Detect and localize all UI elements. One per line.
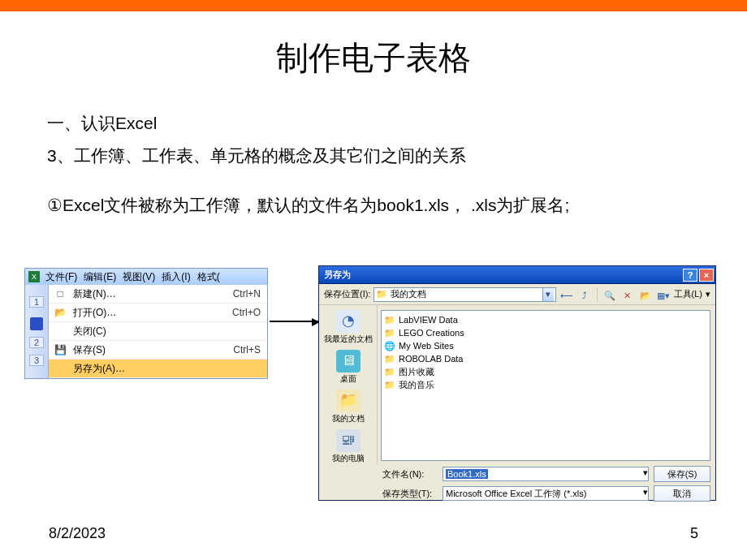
blank-icon: [54, 325, 67, 338]
blank-icon: [54, 362, 67, 375]
menu-item-save-as[interactable]: 另存为(A)…: [49, 360, 267, 378]
open-icon: 📂: [54, 306, 67, 319]
menu-item-new[interactable]: □ 新建(N)… Ctrl+N: [49, 285, 267, 304]
list-item-label: ROBOLAB Data: [399, 354, 463, 364]
file-menu-list: □ 新建(N)… Ctrl+N 📂 打开(O)… Ctrl+O 关闭(C) 💾 …: [48, 285, 267, 378]
menu-view[interactable]: 视图(V): [120, 270, 158, 284]
body-line-1: ①Excel文件被称为工作簿，默认的文件名为book1.xls， .xls为扩展…: [47, 191, 700, 220]
list-item[interactable]: 📁ROBOLAB Data: [384, 352, 707, 365]
menu-item-label: 新建(N)…: [73, 287, 227, 301]
footer-page: 5: [690, 525, 698, 542]
menu-edit[interactable]: 编辑(E): [81, 270, 119, 284]
web-icon: 🌐: [384, 341, 395, 351]
row-3: 3: [29, 355, 44, 366]
list-item[interactable]: 📁LEGO Creations: [384, 326, 707, 339]
place-label: 我最近的文档: [323, 334, 374, 343]
menu-item-shortcut: Ctrl+O: [232, 307, 261, 318]
list-item[interactable]: 📁图片收藏: [384, 365, 707, 378]
help-button[interactable]: ?: [683, 269, 697, 282]
place-label: 我的电脑: [323, 454, 374, 463]
back-icon[interactable]: ⟵: [559, 287, 574, 302]
menu-item-label: 保存(S): [73, 343, 227, 357]
filename-value: Book1.xls: [446, 469, 488, 479]
save-location-label: 保存位置(I):: [324, 288, 370, 300]
list-item[interactable]: 📁我的音乐: [384, 378, 707, 391]
menu-insert[interactable]: 插入(I): [159, 270, 192, 284]
menu-item-shortcut: Ctrl+N: [233, 288, 261, 299]
row-2: 2: [29, 337, 44, 348]
cancel-button[interactable]: 取消: [654, 485, 710, 502]
place-computer[interactable]: 🖳 我的电脑: [323, 429, 374, 464]
filename-field[interactable]: Book1.xls ▾: [443, 467, 649, 481]
search-icon[interactable]: 🔍: [602, 287, 617, 302]
new-icon: □: [54, 287, 67, 300]
menu-format[interactable]: 格式(: [195, 270, 222, 284]
menu-item-label: 另存为(A)…: [73, 362, 254, 376]
menu-item-shortcut: Ctrl+S: [233, 344, 261, 355]
up-icon[interactable]: ⤴: [577, 287, 592, 302]
computer-icon: 🖳: [336, 429, 361, 452]
menu-item-open[interactable]: 📂 打开(O)… Ctrl+O: [49, 304, 267, 322]
subheading-2: 3、工作簿、工作表、单元格的概念及其它们之间的关系: [47, 141, 700, 170]
list-item-label: My Web Sites: [399, 341, 454, 351]
recent-icon: ◔: [336, 310, 361, 333]
new-folder-icon[interactable]: 📂: [638, 287, 653, 302]
slide-title: 制作电子表格: [0, 36, 747, 80]
views-icon[interactable]: ▦▾: [656, 287, 671, 302]
menu-file[interactable]: 文件(F): [43, 270, 80, 284]
folder-icon: 📁: [376, 289, 387, 299]
subheading-1: 一、认识Excel: [47, 109, 700, 138]
tools-menu[interactable]: 工具(L): [674, 288, 702, 300]
dialog-bottom: 文件名(N): Book1.xls ▾ 保存(S) 保存类型(T): Micro…: [319, 464, 715, 505]
menu-item-close[interactable]: 关闭(C): [49, 322, 267, 341]
list-item[interactable]: 📁LabVIEW Data: [384, 313, 707, 326]
list-item-label: 我的音乐: [399, 379, 434, 391]
places-bar: ◔ 我最近的文档 🖥 桌面 📁 我的文档 🖳 我的电脑: [319, 305, 378, 464]
filename-label: 文件名(N):: [382, 468, 438, 480]
filetype-label: 保存类型(T):: [382, 488, 438, 500]
folder-icon: 📁: [384, 315, 395, 325]
list-item[interactable]: 🌐My Web Sites: [384, 339, 707, 352]
dialog-titlebar: 另存为 ? ×: [319, 266, 715, 284]
folder-icon: 📁: [384, 380, 395, 390]
file-listing[interactable]: 📁LabVIEW Data 📁LEGO Creations 🌐My Web Si…: [381, 310, 710, 461]
chevron-down-icon[interactable]: ▾: [542, 288, 554, 301]
excel-file-menu: X 文件(F) 编辑(E) 视图(V) 插入(I) 格式( 1 2 3 □ 新建…: [24, 268, 268, 379]
tools-chevron-icon[interactable]: ▾: [706, 289, 710, 299]
delete-icon[interactable]: ✕: [620, 287, 635, 302]
filetype-value: Microsoft Office Excel 工作簿 (*.xls): [446, 488, 586, 500]
row-header-strip: 1 2 3: [25, 285, 48, 378]
save-as-dialog: 另存为 ? × 保存位置(I): 📁 我的文档 ▾ ⟵ ⤴ 🔍 ✕ 📂 ▦▾ 工…: [318, 265, 716, 501]
close-button[interactable]: ×: [699, 269, 714, 282]
save-location-combo[interactable]: 📁 我的文档 ▾: [374, 287, 555, 302]
slide-body: 一、认识Excel 3、工作簿、工作表、单元格的概念及其它们之间的关系 ①Exc…: [0, 109, 747, 220]
menu-item-label: 关闭(C): [73, 325, 254, 338]
place-desktop[interactable]: 🖥 桌面: [323, 350, 374, 385]
save-button[interactable]: 保存(S): [654, 466, 710, 482]
dialog-title: 另存为: [324, 269, 681, 281]
arrow-icon: [270, 321, 318, 322]
folder-icon: 📁: [384, 354, 395, 364]
place-label: 桌面: [323, 374, 374, 383]
footer-date: 8/2/2023: [49, 525, 106, 542]
chevron-down-icon[interactable]: ▾: [643, 487, 648, 500]
excel-icon: X: [28, 271, 40, 282]
save-icon: [30, 317, 43, 330]
accent-bar: [0, 0, 747, 11]
folder-icon: 📁: [384, 328, 395, 338]
menu-item-save[interactable]: 💾 保存(S) Ctrl+S: [49, 341, 267, 360]
chevron-down-icon[interactable]: ▾: [643, 467, 648, 480]
menu-item-label: 打开(O)…: [73, 306, 226, 320]
save-location-value: 我的文档: [391, 288, 426, 300]
list-item-label: LEGO Creations: [399, 328, 464, 338]
folder-icon: 📁: [384, 367, 395, 377]
desktop-icon: 🖥: [336, 350, 361, 373]
list-item-label: LabVIEW Data: [399, 315, 458, 325]
row-1: 1: [29, 296, 44, 308]
menubar: X 文件(F) 编辑(E) 视图(V) 插入(I) 格式(: [25, 269, 267, 285]
place-label: 我的文档: [323, 414, 374, 423]
filetype-combo[interactable]: Microsoft Office Excel 工作簿 (*.xls) ▾: [443, 486, 649, 501]
dialog-toolbar: 保存位置(I): 📁 我的文档 ▾ ⟵ ⤴ 🔍 ✕ 📂 ▦▾ 工具(L) ▾: [319, 284, 715, 305]
place-documents[interactable]: 📁 我的文档: [323, 390, 374, 424]
place-recent[interactable]: ◔ 我最近的文档: [323, 310, 374, 345]
